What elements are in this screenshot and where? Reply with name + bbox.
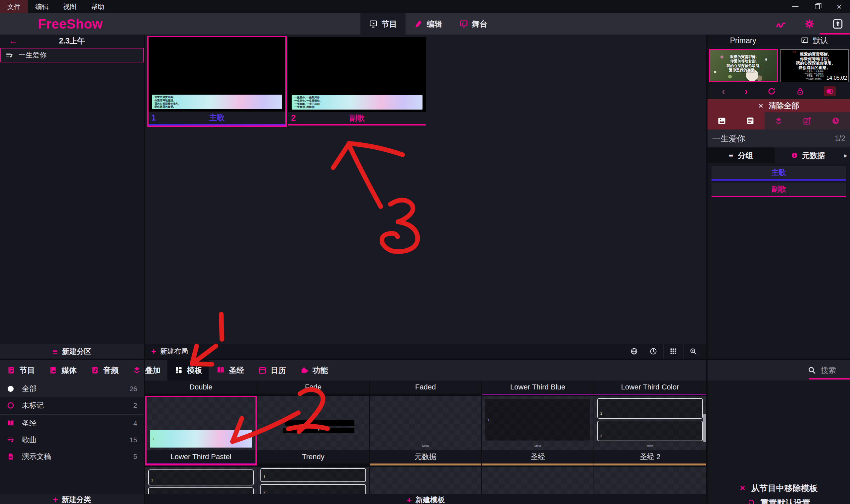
template-partial[interactable] (370, 467, 481, 494)
clock-icon[interactable] (644, 344, 663, 359)
panel-divider[interactable] (706, 35, 708, 504)
template-lower-third-pastel[interactable]: 1 Lower Third Pastel (145, 396, 257, 466)
globe-icon[interactable] (624, 344, 644, 359)
template-fade[interactable]: Fade (258, 380, 369, 394)
category-unlabeled[interactable]: 未标记 2 (0, 397, 144, 414)
template-preview: 1 (146, 397, 255, 450)
category-unlabeled-label: 未标记 (22, 400, 44, 410)
clear-timers-button[interactable] (821, 112, 850, 129)
drawer-divider[interactable] (0, 359, 850, 360)
drawer-tab-functions[interactable]: 功能 (293, 360, 335, 380)
refresh-icon[interactable] (767, 87, 776, 96)
zoom-search-icon[interactable] (684, 344, 703, 359)
tab-groups[interactable]: ≡ 分组 (708, 147, 775, 163)
drawer-tab-overlays[interactable]: 叠加 (126, 360, 167, 380)
settings-gear-icon[interactable] (804, 19, 815, 29)
stage-display-icon (459, 20, 468, 28)
drawer-tab-shows[interactable]: 节目 (0, 360, 42, 380)
category-presentations[interactable]: 演示文稿 5 (0, 448, 144, 465)
drawer-tab-templates[interactable]: 模板 (167, 360, 209, 380)
new-category-button[interactable]: + 新建分类 (0, 494, 144, 504)
group-button-chorus[interactable]: 副歌 (711, 183, 846, 197)
template-lower-third-blue[interactable]: Lower Third Blue (482, 380, 594, 394)
template-partial[interactable]: 1 (145, 467, 257, 494)
project-panel: ← 2.3上午 一生爱你 (0, 35, 144, 344)
category-scripture-label: 圣经 (22, 418, 37, 428)
tab-show[interactable]: 节目 (360, 13, 406, 35)
template-trendy[interactable]: 2 Trendy (258, 396, 369, 466)
new-layout-button[interactable]: + 新建布局 (145, 346, 188, 357)
output-window-icon[interactable] (832, 18, 843, 30)
active-song-title: 一生爱你 (712, 133, 745, 144)
drawer-tab-media[interactable]: 媒体 (42, 360, 84, 380)
slide-1-label-row: 1 主歌 (148, 111, 285, 124)
drawer-tab-calendar[interactable]: 日历 (251, 360, 293, 380)
clear-overlays-button[interactable] (765, 112, 793, 129)
category-all-label: 全部 (22, 384, 37, 394)
clear-background-button[interactable] (708, 112, 736, 129)
template-scripture-2[interactable]: 1 2 Meta 圣经 2 (594, 396, 706, 466)
monitor-clock: 14:05:02 (827, 75, 847, 81)
slide-2-group: 副歌 (288, 113, 426, 123)
slide-card-2[interactable]: 一生愛你, 一生敬拜你, 一生愛你, 一生榮耀你, 一生奉獻, 一生不回頭, 一… (288, 37, 426, 126)
template-partial[interactable]: 1 2 (258, 467, 369, 494)
slide-card-1[interactable]: 親愛的寶貴耶穌, 你愛何等地甘甜, 我的心深深被你吸引, 愛你是我的喜樂。 1 … (147, 36, 287, 127)
restore-button[interactable] (806, 0, 828, 13)
menu-help[interactable]: 帮助 (84, 0, 112, 13)
template-preview: 1 Meta (482, 396, 594, 450)
next-slide-icon[interactable]: › (744, 86, 748, 97)
reset-defaults-button[interactable]: 重置默认设置 (708, 497, 850, 504)
clear-all-button[interactable]: × 清除全部 (708, 99, 850, 112)
clear-slide-button[interactable] (736, 112, 765, 129)
drawer-tab-scripture[interactable]: 圣经 (209, 360, 251, 380)
back-arrow-icon[interactable]: ← (8, 36, 18, 46)
minimize-button[interactable] (784, 0, 806, 13)
project-song-item[interactable]: 一生爱你 (0, 48, 144, 62)
menu-view[interactable]: 视图 (56, 0, 84, 13)
drawer-tab-audio[interactable]: 音频 (84, 360, 126, 380)
slides-toolbar-icons (624, 344, 703, 359)
template-partial[interactable] (482, 467, 594, 494)
draw-squiggle-icon[interactable] (775, 19, 787, 29)
template-scripture[interactable]: 1 Meta 圣经 (482, 396, 594, 466)
new-category-label: 新建分类 (62, 495, 91, 504)
lock-icon[interactable] (796, 87, 804, 96)
panel-divider[interactable] (144, 35, 145, 504)
new-template-button[interactable]: + 新建模板 (145, 494, 706, 504)
tab-metadata[interactable]: 元数据 (775, 147, 842, 163)
output-default-tab[interactable]: 默认 (779, 35, 850, 47)
category-scripture[interactable]: 圣经 4 (0, 415, 144, 432)
tab-edit[interactable]: 编辑 (406, 13, 451, 35)
close-button[interactable]: × (828, 0, 850, 13)
menu-edit[interactable]: 编辑 (28, 0, 56, 13)
search-input[interactable] (821, 366, 845, 375)
new-section-button[interactable]: ≡ 新建分区 (0, 344, 144, 359)
slide-1-lower-third: 親愛的寶貴耶穌, 你愛何等地甘甜, 我的心深深被你吸引, 愛你是我的喜樂。 (152, 95, 282, 109)
minimize-icon (792, 6, 798, 7)
template-faded[interactable]: Faded (370, 380, 481, 394)
clear-audio-button[interactable] (793, 112, 821, 129)
category-songs[interactable]: 歌曲 15 (0, 432, 144, 448)
grid-view-icon[interactable] (663, 344, 683, 359)
expand-arrow-icon[interactable]: ▶ (842, 147, 850, 163)
template-double[interactable]: Double (145, 380, 257, 394)
output-primary-tab[interactable]: Primary (708, 35, 779, 47)
templates-grid: Double 1 Lower Third Pastel 1 Fade 2 (145, 380, 706, 504)
drawer-tab-media-label: 媒体 (61, 365, 77, 376)
template-lower-third-color[interactable]: Lower Third Color (594, 380, 706, 394)
tab-stage[interactable]: 舞台 (451, 13, 496, 35)
template-partial[interactable] (594, 467, 706, 494)
template-metadata[interactable]: Meta 元数据 (370, 396, 481, 466)
menu-file[interactable]: 文件 (0, 0, 28, 13)
project-song-label: 一生爱你 (19, 51, 47, 60)
group-chorus-label: 副歌 (711, 183, 846, 196)
output-toggle-icon[interactable] (824, 86, 836, 96)
previous-slide-icon[interactable]: ‹ (722, 86, 725, 97)
category-all[interactable]: 全部 26 (0, 380, 144, 397)
templates-scrollbar[interactable] (703, 414, 706, 442)
monitor-preview-thumbnail[interactable]: CT 親愛的寶貴耶穌, 你愛何等地甘甜, 我的心深深被你吸引, 愛你是我的喜樂。… (780, 49, 849, 82)
live-output-thumbnail[interactable]: 親愛的寶貴耶穌, 你愛何等地甘甜, 我的心深深被你吸引, 愛你是我的喜樂。 (709, 49, 778, 82)
group-button-verse[interactable]: 主歌 (711, 166, 846, 181)
template-name: 元数据 (370, 450, 481, 464)
remove-template-button[interactable]: × 从节目中移除模板 (708, 481, 850, 496)
